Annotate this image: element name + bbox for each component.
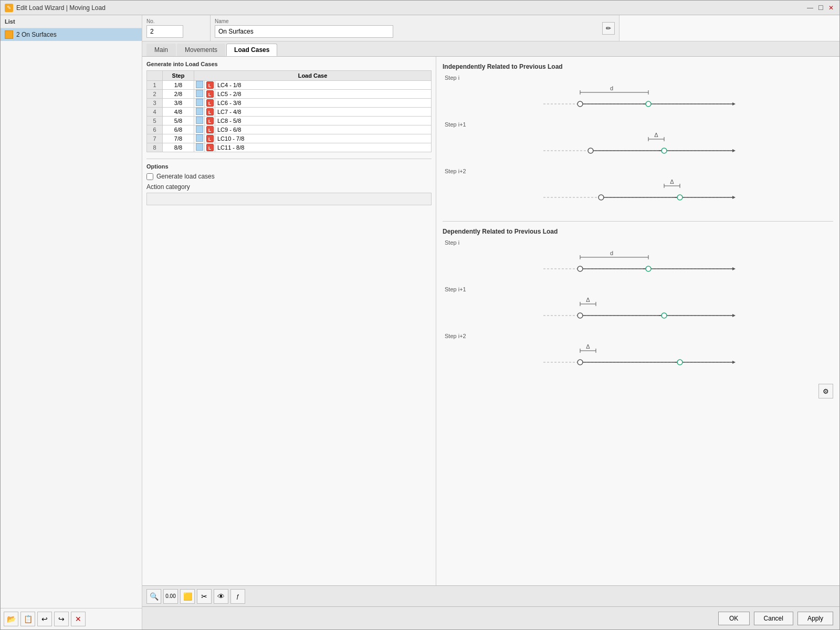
toolbar-func-btn[interactable]: ƒ <box>230 589 245 604</box>
row-num: 4 <box>147 108 163 117</box>
sidebar-copy-btn[interactable]: 📋 <box>20 612 35 626</box>
row-num: 2 <box>147 90 163 99</box>
table-row: 3 3/8 L LC6 - 3/8 <box>147 99 432 108</box>
row-num: 6 <box>147 125 163 134</box>
sidebar-item-0[interactable]: 2 On Surfaces <box>1 28 142 41</box>
toolbar-view-btn[interactable]: 👁 <box>214 589 228 604</box>
sidebar-redo-btn[interactable]: ↪ <box>54 612 69 626</box>
step-i-label: Step i <box>445 75 833 81</box>
toolbar-search-btn[interactable]: 🔍 <box>146 589 161 604</box>
preview-section <box>619 15 839 41</box>
name-section: Name ✏ <box>211 15 619 41</box>
close-button[interactable]: ✕ <box>827 4 835 12</box>
main-window: ✎ Edit Load Wizard | Moving Load — ☐ ✕ L… <box>0 0 840 630</box>
dep-step-i-diagram: d <box>443 248 833 285</box>
no-input[interactable] <box>146 25 183 38</box>
lc-color-cell: L <box>205 143 215 152</box>
diagram-panel: Independently Related to Previous Load S… <box>436 57 839 585</box>
edit-name-button[interactable]: ✏ <box>602 22 615 35</box>
maximize-button[interactable]: ☐ <box>816 4 825 12</box>
lc-name-cell: LC8 - 5/8 <box>215 117 432 125</box>
svg-text:Δ: Δ <box>586 343 590 350</box>
svg-text:Δ: Δ <box>670 178 674 185</box>
svg-point-35 <box>646 266 651 271</box>
step-cell: 4/8 <box>163 108 194 117</box>
step-cell: 1/8 <box>163 81 194 90</box>
action-category-input[interactable] <box>146 193 432 205</box>
lc-name-cell: LC10 - 7/8 <box>215 134 432 143</box>
cancel-button[interactable]: Cancel <box>754 612 793 625</box>
minimize-button[interactable]: — <box>806 4 814 12</box>
dialog-footer: OK Cancel Apply <box>142 606 839 629</box>
title-bar-left: ✎ Edit Load Wizard | Moving Load <box>5 4 106 12</box>
dep-step-i1-diagram: Δ <box>443 295 833 331</box>
title-bar: ✎ Edit Load Wizard | Moving Load — ☐ ✕ <box>1 1 839 15</box>
action-category-label: Action category <box>146 183 432 191</box>
diagram-settings-btn[interactable]: ⚙ <box>818 384 833 398</box>
lc-color-cell: L <box>205 134 215 143</box>
tab-movements[interactable]: Movements <box>177 44 225 56</box>
independent-title: Independently Related to Previous Load <box>443 63 833 70</box>
col-step-header: Step <box>163 71 194 81</box>
svg-point-55 <box>677 360 682 365</box>
table-row: 2 2/8 L LC5 - 2/8 <box>147 90 432 99</box>
toolbar-cut-btn[interactable]: ✂ <box>197 589 212 604</box>
generate-title: Generate into Load Cases <box>146 61 432 67</box>
lc-name-cell: LC6 - 3/8 <box>215 99 432 108</box>
toolbar-color-btn[interactable]: 🟨 <box>180 589 195 604</box>
step-cell: 2/8 <box>163 90 194 99</box>
svg-marker-3 <box>732 102 736 106</box>
dep-step-i2-label: Step i+2 <box>445 333 833 339</box>
bottom-toolbar: 🔍 0.00 🟨 ✂ 👁 ƒ <box>142 585 839 606</box>
svg-text:Δ: Δ <box>654 132 658 138</box>
options-section: Options Generate load cases Action categ… <box>146 159 432 205</box>
title-bar-controls: — ☐ ✕ <box>806 4 835 12</box>
svg-point-5 <box>646 101 651 107</box>
apply-button[interactable]: Apply <box>797 612 833 625</box>
no-section: No. <box>142 15 211 41</box>
svg-point-15 <box>662 148 667 153</box>
tab-main[interactable]: Main <box>146 44 176 56</box>
row-num: 3 <box>147 99 163 108</box>
panel-header-row: No. Name ✏ <box>142 15 839 41</box>
dep-step-i1-label: Step i+1 <box>445 286 833 292</box>
step-cell: 3/8 <box>163 99 194 108</box>
lc-swatch-cell <box>194 99 205 108</box>
sidebar-footer: 📂 📋 ↩ ↪ ✕ <box>1 608 142 629</box>
svg-marker-53 <box>732 361 736 364</box>
step-i-diagram: d <box>443 83 833 120</box>
content-area: Generate into Load Cases Step Load Case <box>142 57 839 585</box>
name-input[interactable] <box>215 25 393 38</box>
sidebar-item-icon <box>5 30 13 39</box>
col-num-header <box>147 71 163 81</box>
svg-point-45 <box>662 313 667 318</box>
right-panel: No. Name ✏ Main Movements Load Cases <box>142 15 839 629</box>
svg-marker-33 <box>732 267 736 270</box>
sidebar-add-btn[interactable]: 📂 <box>4 612 18 626</box>
lc-swatch-cell <box>194 81 205 90</box>
sidebar-delete-btn[interactable]: ✕ <box>71 612 86 626</box>
lc-swatch-cell <box>194 125 205 134</box>
lc-color-cell: L <box>205 90 215 99</box>
svg-marker-43 <box>732 314 736 317</box>
step-i1-diagram: Δ <box>443 130 833 166</box>
lc-name-cell: LC4 - 1/8 <box>215 81 432 90</box>
sidebar: List 2 On Surfaces 📂 📋 ↩ ↪ ✕ <box>1 15 142 629</box>
row-num: 7 <box>147 134 163 143</box>
app-icon: ✎ <box>5 4 13 12</box>
step-i2-label: Step i+2 <box>445 168 833 174</box>
lc-color-cell: L <box>205 117 215 125</box>
lc-swatch-cell <box>194 90 205 99</box>
generate-checkbox[interactable] <box>146 173 153 180</box>
toolbar-value-btn[interactable]: 0.00 <box>163 589 178 604</box>
options-title: Options <box>146 163 432 170</box>
window-title: Edit Load Wizard | Moving Load <box>16 4 106 12</box>
sidebar-undo-btn[interactable]: ↩ <box>37 612 52 626</box>
svg-point-4 <box>578 101 583 107</box>
ok-button[interactable]: OK <box>718 612 750 625</box>
svg-marker-23 <box>732 196 736 199</box>
lc-name-cell: LC9 - 6/8 <box>215 125 432 134</box>
table-row: 6 6/8 L LC9 - 6/8 <box>147 125 432 134</box>
tab-load-cases[interactable]: Load Cases <box>226 44 277 56</box>
lc-color-cell: L <box>205 81 215 90</box>
